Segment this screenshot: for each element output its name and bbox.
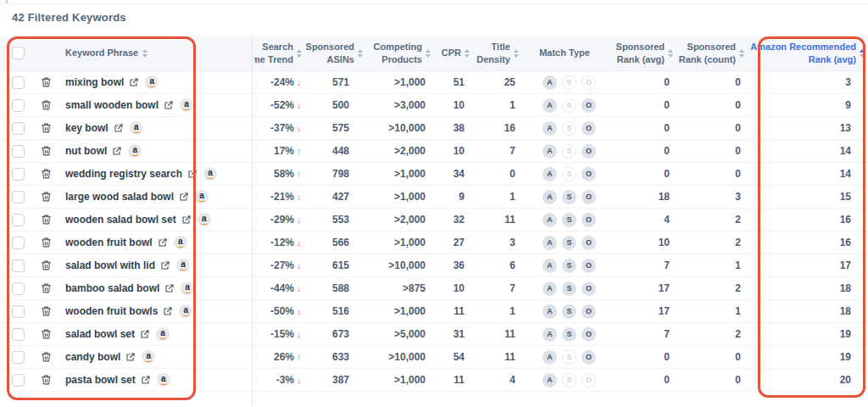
external-link-icon[interactable]	[112, 146, 122, 156]
external-link-icon[interactable]	[125, 352, 136, 362]
amazon-a-badge[interactable]: a	[179, 304, 192, 318]
row-checkbox[interactable]	[12, 305, 25, 318]
keyword-phrase-link[interactable]: large wood salad bowl	[65, 191, 174, 203]
row-checkbox[interactable]	[12, 374, 25, 387]
cell-amazon-recommended-rank: 14	[748, 168, 868, 180]
keyword-phrase-link[interactable]: key bowl	[65, 122, 108, 134]
cell-sponsored-asins: 633	[305, 351, 366, 363]
row-checkbox[interactable]	[12, 351, 25, 364]
external-link-icon[interactable]	[179, 192, 189, 202]
row-checkbox[interactable]	[12, 99, 25, 112]
sort-arrows-icon[interactable]	[738, 49, 744, 58]
col-header-amazon-recommended-rank[interactable]: Amazon Recommended Rank (avg)	[748, 36, 868, 70]
external-link-icon[interactable]	[158, 237, 168, 248]
trash-icon[interactable]	[41, 122, 52, 134]
trash-icon[interactable]	[41, 214, 52, 226]
amazon-a-badge[interactable]: a	[198, 213, 211, 226]
row-checkbox[interactable]	[12, 122, 25, 135]
keyword-phrase-link[interactable]: salad bowl set	[65, 328, 135, 340]
amazon-a-badge[interactable]: a	[130, 121, 143, 135]
trash-icon[interactable]	[41, 99, 52, 111]
keyword-phrase-link[interactable]: nut bowl	[65, 145, 107, 157]
row-fixed-pane: small wooden bowl a	[0, 94, 252, 116]
match-badge-amazon: A	[542, 236, 557, 250]
external-link-icon[interactable]	[129, 77, 139, 87]
keyword-phrase-link[interactable]: mixing bowl	[65, 76, 124, 88]
sort-arrows-icon[interactable]	[667, 49, 673, 58]
row-checkbox[interactable]	[12, 237, 25, 249]
row-checkbox[interactable]	[12, 145, 25, 158]
amazon-a-badge[interactable]: a	[181, 282, 194, 295]
external-link-icon[interactable]	[140, 329, 150, 339]
sort-arrows-icon[interactable]	[357, 49, 363, 58]
row-checkbox[interactable]	[12, 168, 25, 181]
row-checkbox[interactable]	[12, 214, 25, 226]
col-header-search-volume-trend[interactable]: Search Volume Trend	[252, 36, 305, 70]
row-checkbox[interactable]	[12, 328, 25, 341]
trash-icon[interactable]	[41, 351, 52, 363]
col-label-cpr: CPR	[442, 47, 461, 59]
amazon-a-badge[interactable]: a	[180, 98, 193, 112]
match-badge-sponsored: S	[562, 259, 576, 273]
keyword-phrase-link[interactable]: bamboo salad bowl	[65, 282, 159, 294]
row-checkbox[interactable]	[12, 282, 25, 295]
row-scroll-pane: 26%↑ 633 >10,000 54 11 A S O 0 0 19	[252, 346, 868, 368]
amazon-a-badge[interactable]: a	[142, 350, 155, 364]
trash-icon[interactable]	[41, 374, 52, 386]
trash-icon[interactable]	[41, 191, 52, 203]
cell-search-volume-trend: -29%↓	[252, 214, 305, 226]
keyword-phrase-link[interactable]: wedding registry search	[65, 168, 182, 180]
sort-arrows-icon[interactable]	[513, 49, 519, 58]
amazon-a-badge[interactable]: a	[157, 373, 170, 387]
amazon-a-badge[interactable]: a	[176, 259, 190, 272]
trash-icon[interactable]	[41, 282, 52, 294]
trash-icon[interactable]	[41, 145, 52, 157]
amazon-a-badge[interactable]: a	[195, 190, 209, 204]
amazon-a-badge[interactable]: a	[174, 236, 187, 249]
row-checkbox[interactable]	[12, 76, 25, 89]
cell-title-density: 11	[473, 214, 522, 226]
amazon-a-badge[interactable]: a	[156, 327, 170, 341]
col-header-competing-products[interactable]: Competing Products	[366, 36, 434, 70]
sort-arrows-icon[interactable]	[464, 49, 470, 58]
sort-arrows-icon[interactable]	[142, 49, 147, 58]
keyword-phrase-link[interactable]: salad bowl with lid	[65, 259, 155, 271]
sort-arrows-icon[interactable]	[296, 49, 302, 58]
col-header-sponsored-rank-avg[interactable]: Sponsored Rank (avg)	[607, 36, 676, 70]
external-link-icon[interactable]	[187, 169, 198, 179]
col-header-cpr[interactable]: CPR	[434, 36, 473, 70]
keyword-phrase-link[interactable]: wooden fruit bowls	[65, 305, 158, 317]
keyword-phrase-link[interactable]: small wooden bowl	[65, 99, 159, 111]
trash-icon[interactable]	[41, 76, 52, 88]
trash-icon[interactable]	[41, 328, 52, 340]
external-link-icon[interactable]	[160, 260, 170, 270]
col-header-sponsored-asins[interactable]: Sponsored ASINs	[305, 36, 366, 70]
external-link-icon[interactable]	[163, 306, 173, 316]
trash-icon[interactable]	[41, 259, 52, 271]
amazon-a-badge[interactable]: a	[145, 75, 159, 89]
trash-icon[interactable]	[41, 305, 52, 317]
keyword-phrase-link[interactable]: wooden salad bowl set	[65, 214, 176, 226]
trash-icon[interactable]	[41, 237, 52, 248]
external-link-icon[interactable]	[114, 123, 124, 133]
row-checkbox[interactable]	[12, 259, 25, 272]
keyword-phrase-link[interactable]: wooden fruit bowl	[65, 237, 153, 248]
sort-arrows-icon[interactable]	[859, 49, 865, 58]
select-all-checkbox[interactable]	[12, 47, 25, 59]
amazon-a-badge[interactable]: a	[203, 167, 217, 181]
external-link-icon[interactable]	[164, 100, 174, 110]
col-header-keyword-phrase[interactable]: Keyword Phrase	[65, 36, 147, 70]
cell-sponsored-rank-avg: 17	[607, 282, 676, 294]
external-link-icon[interactable]	[181, 215, 192, 225]
keyword-phrase-link[interactable]: pasta bowl set	[65, 374, 136, 386]
keyword-phrase-link[interactable]: candy bowl	[65, 351, 120, 363]
col-header-sponsored-rank-count[interactable]: Sponsored Rank (count)	[676, 36, 748, 70]
external-link-icon[interactable]	[141, 375, 151, 385]
row-checkbox[interactable]	[12, 191, 25, 204]
amazon-a-badge[interactable]: a	[128, 144, 142, 158]
match-badge-organic: O	[581, 190, 596, 204]
col-header-title-density[interactable]: Title Density	[473, 36, 522, 70]
trash-icon[interactable]	[41, 168, 52, 180]
external-link-icon[interactable]	[164, 283, 175, 293]
sort-arrows-icon[interactable]	[425, 49, 431, 58]
